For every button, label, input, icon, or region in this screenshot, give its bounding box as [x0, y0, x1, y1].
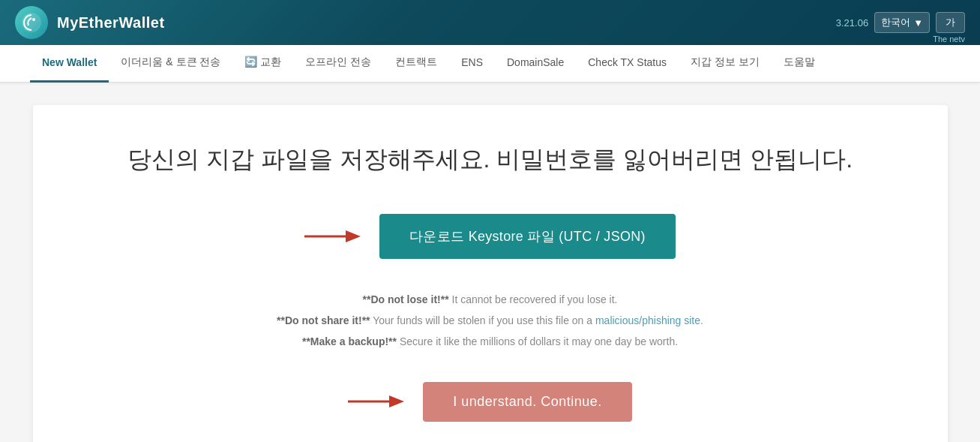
continue-arrow: [348, 389, 408, 413]
main-content: 당신의 지갑 파일을 저장해주세요. 비밀번호를 잃어버리면 안됩니다. 다운로…: [0, 83, 980, 442]
header: MyEtherWallet 3.21.06 한국어 ▼ 가 The netv: [0, 0, 980, 45]
warning-line-1: **Do not lose it!** It cannot be recover…: [277, 289, 703, 310]
nav-item-contract[interactable]: 컨트랙트: [383, 45, 449, 83]
nav-item-wallet-info[interactable]: 지갑 정보 보기: [679, 45, 772, 83]
continue-area: I understand. Continue.: [348, 382, 632, 422]
nav-item-offline[interactable]: 오프라인 전송: [293, 45, 383, 83]
warning-line-3: **Make a backup!** Secure it like the mi…: [277, 331, 703, 352]
chevron-down-icon: ▼: [913, 17, 923, 29]
download-keystore-button[interactable]: 다운로드 Keystore 파일 (UTC / JSON): [379, 214, 676, 259]
download-area: 다운로드 Keystore 파일 (UTC / JSON): [304, 214, 676, 259]
page-title: 당신의 지갑 파일을 저장해주세요. 비밀번호를 잃어버리면 안됩니다.: [127, 143, 853, 176]
logo-area: MyEtherWallet: [15, 6, 165, 39]
download-arrow: [304, 224, 364, 248]
network-text: The netv: [933, 35, 965, 45]
nav-item-help[interactable]: 도움말: [772, 45, 827, 83]
continue-button[interactable]: I understand. Continue.: [423, 382, 632, 422]
nav-item-check-tx[interactable]: Check TX Status: [576, 45, 679, 83]
warning-line-2: **Do not share it!** Your funds will be …: [277, 310, 703, 331]
phishing-link[interactable]: malicious/phishing site: [595, 314, 700, 326]
nav-item-transfer[interactable]: 이더리움 & 토큰 전송: [109, 45, 232, 83]
main-card: 당신의 지갑 파일을 저장해주세요. 비밀번호를 잃어버리면 안됩니다. 다운로…: [33, 105, 948, 442]
nav-item-new-wallet[interactable]: New Wallet: [30, 45, 109, 83]
logo-text: MyEtherWallet: [57, 14, 165, 32]
ga-button[interactable]: 가: [936, 12, 965, 33]
warning-text-area: **Do not lose it!** It cannot be recover…: [277, 289, 703, 352]
svg-marker-5: [389, 395, 404, 407]
version-text: 3.21.06: [836, 17, 868, 29]
nav-item-ens[interactable]: ENS: [449, 45, 495, 83]
language-selector[interactable]: 한국어 ▼: [874, 12, 930, 33]
nav-item-domainsale[interactable]: DomainSale: [495, 45, 576, 83]
header-right: 3.21.06 한국어 ▼ 가: [836, 12, 965, 33]
svg-marker-3: [346, 230, 361, 242]
svg-point-1: [32, 18, 35, 21]
nav-item-exchange[interactable]: 🔄 교환: [232, 45, 293, 83]
navigation: New Wallet 이더리움 & 토큰 전송 🔄 교환 오프라인 전송 컨트랙…: [0, 45, 980, 83]
logo-icon: [15, 6, 48, 39]
